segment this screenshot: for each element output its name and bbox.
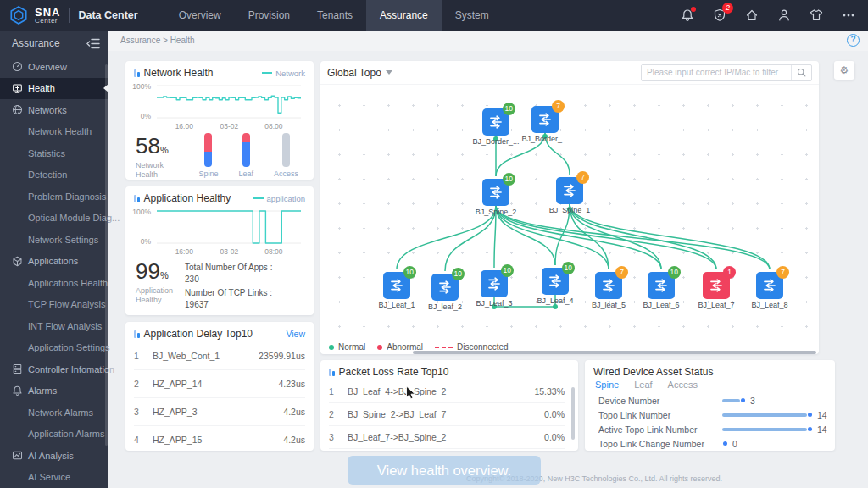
sidebar-scrollbar[interactable] xyxy=(105,64,108,446)
sidebar-item-detection[interactable]: Detection xyxy=(0,164,108,186)
switch-icon: 10 xyxy=(481,270,508,297)
chart-title-icon xyxy=(134,330,140,338)
health-overview-toast[interactable]: View health overview. xyxy=(348,456,541,485)
topo-node-spine2[interactable]: 10BJ_Spine_2 xyxy=(469,179,523,216)
switch-icon: 10 xyxy=(482,108,509,136)
sidebar-item-ai-service[interactable]: AI Service xyxy=(0,467,108,488)
application-healthy-score: 99% ApplicationHealthy xyxy=(136,258,173,313)
alarm-count-badge: 10 xyxy=(403,266,416,279)
application-stats: Total Number Of Apps :230Number Of TCP L… xyxy=(185,258,272,313)
home-icon[interactable] xyxy=(744,8,760,23)
alarm-count-badge: 10 xyxy=(503,103,515,115)
more-icon[interactable] xyxy=(841,8,856,23)
alarm-count-badge: 10 xyxy=(668,266,681,279)
sidebar-item-tcp-flow-analysis[interactable]: TCP Flow Analysis xyxy=(0,294,108,316)
nav-item-overview[interactable]: Overview xyxy=(165,0,235,30)
name-cell: BJ_Leaf_7->BJ_Spine_2 xyxy=(348,432,544,442)
user-icon[interactable] xyxy=(776,8,792,23)
network-health-score: 58% NetworkHealth xyxy=(136,133,169,180)
name-cell: BJ_Leaf_4->BJ_Spine_2 xyxy=(348,386,534,396)
asset-status-card: Wired Device Asset Status SpineLeafAcces… xyxy=(585,360,835,451)
asset-status-row: Topo Link Change Number0 xyxy=(585,436,835,451)
nav-item-tenants[interactable]: Tenants xyxy=(303,0,366,30)
sidebar-item-application-alarms[interactable]: Application Alarms xyxy=(0,424,108,446)
horizontal-scrollbar[interactable] xyxy=(413,351,816,354)
nav-item-system[interactable]: System xyxy=(442,0,503,30)
table-row[interactable]: 1BJ_Web_Cont_123599.91us xyxy=(134,342,305,370)
topo-node-border2[interactable]: 7BJ_Border_... xyxy=(518,106,572,143)
asset-metric-value: 14 xyxy=(817,410,827,420)
gear-icon[interactable]: ⚙ xyxy=(834,61,854,80)
table-row[interactable]: 2HZ_APP_144.23us xyxy=(134,370,305,398)
sidebar-item-overview[interactable]: Overview xyxy=(0,56,108,78)
sidebar-item-ai-analysis[interactable]: AI Analysis xyxy=(0,445,108,467)
topo-node-spine1[interactable]: 7BJ_Spine_1 xyxy=(542,177,597,214)
table-row[interactable]: 2BJ_Spine_2->BJ_Leaf_70.0% xyxy=(329,403,565,426)
sidebar-item-alarms[interactable]: Alarms xyxy=(0,380,108,402)
sidebar-item-health[interactable]: Health xyxy=(0,78,108,100)
table-row[interactable]: 3BJ_Leaf_7->BJ_Spine_20.0% xyxy=(329,426,565,449)
nav-item-provision[interactable]: Provision xyxy=(235,0,303,30)
bar-fill xyxy=(722,413,807,417)
table-row[interactable]: 4HZ_APP_154.2us xyxy=(134,426,305,451)
sidebar-item-network-settings[interactable]: Network Settings xyxy=(0,229,108,251)
asset-metric-bar: 0 xyxy=(722,439,737,449)
asset-tab-spine[interactable]: Spine xyxy=(595,380,619,390)
sidebar-collapse-icon[interactable] xyxy=(86,38,100,49)
rank-cell: 2 xyxy=(134,379,153,389)
search-icon[interactable] xyxy=(791,65,811,80)
sidebar-item-application-settings[interactable]: Application Settings xyxy=(0,337,108,359)
sidebar-item-networks[interactable]: Networks xyxy=(0,99,108,121)
security-icon[interactable]: 2 xyxy=(712,8,727,23)
topo-node-leaf1[interactable]: 10BJ_Leaf_1 xyxy=(370,272,424,309)
sidebar-item-applications-health[interactable]: Applications Health xyxy=(0,272,108,294)
asset-status-tabs: SpineLeafAccess xyxy=(585,378,835,393)
sidebar-item-network-health[interactable]: Network Health xyxy=(0,121,108,143)
topo-node-leaf3[interactable]: 10BJ_Leaf_3 xyxy=(467,270,521,308)
table-row[interactable]: 3HZ_APP_34.2us xyxy=(134,398,305,426)
topo-node-leaf7[interactable]: 1BJ_Leaf_7 xyxy=(689,272,743,309)
sidebar-item-int-flow-analysis[interactable]: INT Flow Analysis xyxy=(0,315,108,337)
stat-value: 230 xyxy=(185,274,272,286)
topo-node-leaf6[interactable]: 10BJ_Leaf_6 xyxy=(634,272,688,309)
topo-scope-select[interactable]: Global Topo xyxy=(327,67,392,79)
topo-filter-input[interactable] xyxy=(642,65,791,80)
asset-tab-access[interactable]: Access xyxy=(668,380,698,390)
legend-line-swatch xyxy=(253,197,264,199)
sidebar-item-network-alarms[interactable]: Network Alarms xyxy=(0,402,108,424)
network-legend: Network xyxy=(262,69,305,78)
alarm-count-badge: 10 xyxy=(562,262,575,274)
topo-node-leaf8[interactable]: 7BJ_Leaf_8 xyxy=(743,272,797,309)
sidebar-item-label: Network Health xyxy=(28,126,92,136)
nav-item-assurance[interactable]: Assurance xyxy=(366,0,442,30)
value-cell: 0.0% xyxy=(544,409,565,419)
vertical-scrollbar[interactable] xyxy=(571,387,575,440)
sidebar-item-problem-diagnosis[interactable]: Problem Diagnosis xyxy=(0,186,108,208)
alarm-count-badge: 7 xyxy=(576,171,589,184)
sidebar-item-optical-module-diag-[interactable]: Optical Module Diag... xyxy=(0,208,108,230)
node-label: BJ_Leaf_4 xyxy=(528,297,582,305)
tier-bar-fill xyxy=(242,133,250,167)
sidebar: Assurance OverviewHealthNetworksNetwork … xyxy=(0,30,108,488)
table-row[interactable]: 1BJ_Leaf_4->BJ_Spine_215.33% xyxy=(329,380,565,403)
sidebar-item-statistics[interactable]: Statistics xyxy=(0,142,108,164)
topology-panel: Global Topo 10BJ_Border_...7BJ_Border_..… xyxy=(320,61,819,354)
topo-node-leaf2[interactable]: 10BJ_leaf_2 xyxy=(418,274,472,311)
value-cell: 0.0% xyxy=(544,432,565,442)
view-link[interactable]: View xyxy=(286,329,305,339)
x-tick: 08:00 xyxy=(264,247,282,256)
asset-status-title: Wired Device Asset Status xyxy=(593,366,713,378)
sidebar-item-applications[interactable]: Applications xyxy=(0,251,108,273)
topo-node-leaf4[interactable]: 10BJ_Leaf_4 xyxy=(528,268,582,305)
topo-node-leaf5[interactable]: 7BJ_leaf_5 xyxy=(581,272,636,309)
brand[interactable]: SNACenter Data Center xyxy=(0,0,138,30)
asset-metric-bar: 3 xyxy=(722,396,755,406)
theme-icon[interactable] xyxy=(809,8,824,23)
sidebar-item-controller-infomation[interactable]: Controller Infomation xyxy=(0,358,108,380)
x-tick: 16:00 xyxy=(175,247,193,256)
bell-icon[interactable] xyxy=(680,8,695,23)
overview-icon xyxy=(12,61,23,72)
topo-node-border1[interactable]: 10BJ_Border_... xyxy=(469,108,523,146)
help-icon[interactable]: ? xyxy=(847,34,860,47)
asset-tab-leaf[interactable]: Leaf xyxy=(634,380,652,390)
